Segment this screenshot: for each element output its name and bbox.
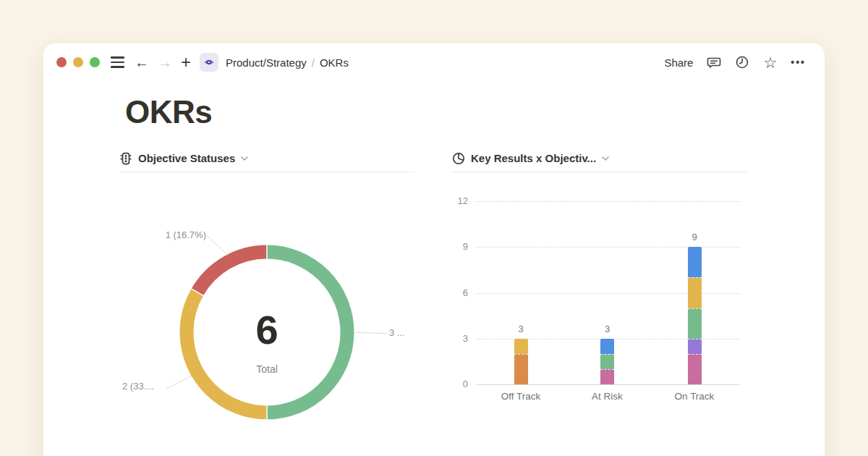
right-chart-title: Key Results x Objectiv... [471, 152, 596, 164]
comments-icon[interactable] [707, 55, 721, 69]
breadcrumb-parent[interactable]: Product/Strategy [226, 56, 307, 69]
bar-segment[interactable] [688, 277, 702, 308]
forward-arrow-icon[interactable]: → [158, 55, 172, 69]
donut-total-label: Total [209, 363, 325, 375]
share-button[interactable]: Share [664, 56, 693, 69]
right-chart-header[interactable]: Key Results x Objectiv... [452, 145, 747, 172]
updates-clock-icon[interactable] [735, 55, 749, 69]
bar-segment[interactable] [688, 247, 702, 277]
more-options-icon[interactable]: ••• [791, 57, 806, 67]
y-tick-label: 6 [452, 287, 468, 298]
bar-total-label: 3 [499, 324, 542, 334]
key-results-chart-block: Key Results x Objectiv... 0369123Off Tra… [452, 145, 747, 456]
bar-total-label: 9 [673, 232, 716, 242]
y-tick-label: 12 [452, 195, 468, 206]
window-topbar: ← → + Product/Strategy / OKRs Share [43, 43, 825, 81]
donut-total-value: 6 [209, 310, 325, 350]
page-eye-icon[interactable] [200, 53, 218, 72]
breadcrumb: Product/Strategy / OKRs [226, 56, 349, 69]
donut-label-red: 1 (16.7%) [127, 229, 206, 240]
traffic-lights [56, 57, 100, 67]
donut-chart-area: 6 Total 1 (16.7%) 2 (33.... 3 ... [119, 172, 414, 456]
close-window-button[interactable] [56, 57, 67, 67]
bar-segment[interactable] [600, 354, 614, 369]
donut-center: 6 Total [209, 310, 325, 375]
new-page-plus-icon[interactable]: + [181, 54, 191, 71]
x-category-label: At Risk [575, 391, 640, 402]
bar-segment[interactable] [600, 339, 614, 354]
bar-segment[interactable] [688, 354, 702, 384]
y-tick-label: 3 [452, 333, 468, 344]
minimize-window-button[interactable] [73, 57, 83, 67]
bar-segment[interactable] [688, 339, 702, 354]
gridline [476, 201, 740, 202]
bar-segment[interactable] [600, 369, 614, 384]
left-chart-header[interactable]: Objective Statuses [119, 145, 414, 172]
y-tick-label: 9 [452, 241, 468, 252]
back-arrow-icon[interactable]: ← [135, 55, 149, 69]
breadcrumb-separator: / [307, 56, 320, 69]
y-tick-label: 0 [452, 379, 468, 389]
sidebar-toggle-icon[interactable] [111, 56, 124, 67]
pie-chart-icon [452, 152, 465, 165]
bar-segment[interactable] [514, 339, 528, 354]
bar-total-label: 3 [586, 324, 629, 334]
topbar-actions: Share ☆ ••• [664, 55, 806, 70]
traffic-light-icon [119, 152, 132, 165]
bar-segment[interactable] [514, 354, 528, 384]
bar-segment[interactable] [688, 308, 702, 339]
page-title: OKRs [125, 94, 212, 130]
breadcrumb-current[interactable]: OKRs [320, 56, 349, 69]
donut-label-yellow: 2 (33.... [122, 381, 154, 392]
zoom-window-button[interactable] [90, 57, 100, 67]
notion-window: ← → + Product/Strategy / OKRs Share [43, 43, 825, 456]
chevron-down-icon [602, 156, 609, 161]
bar-chart-area: 0369123Off Track3At Risk9On Track [452, 172, 747, 456]
donut-label-green: 3 ... [389, 327, 405, 338]
objective-statuses-chart-block: Objective Statuses 6 Total 1 (16.7%) 2 (… [119, 145, 414, 456]
x-category-label: Off Track [488, 391, 553, 402]
chevron-down-icon [241, 156, 248, 161]
bar-plot: 0369123Off Track3At Risk9On Track [452, 172, 747, 404]
left-chart-title: Objective Statuses [138, 152, 235, 164]
favorite-star-icon[interactable]: ☆ [763, 55, 777, 70]
eye-icon [203, 56, 215, 68]
x-category-label: On Track [662, 391, 727, 402]
x-axis-line [476, 384, 740, 385]
